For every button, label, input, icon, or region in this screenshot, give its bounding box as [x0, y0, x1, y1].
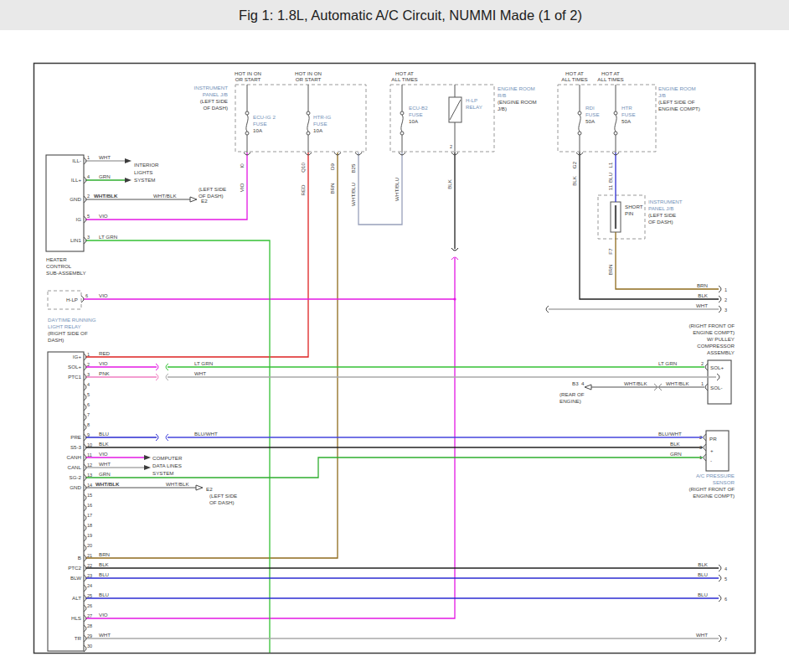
diagram-label: COMPUTER	[152, 455, 183, 461]
diagram-label: 10	[87, 442, 92, 447]
diagram-label: L1	[607, 162, 613, 168]
diagram-label: (LEFT SIDE OF	[658, 99, 695, 105]
diagram-label: F7	[607, 248, 613, 255]
diagram-label: WHT/BLU	[350, 183, 356, 206]
diagram-label: 11	[87, 452, 92, 457]
diagram-label: 5	[87, 214, 90, 219]
diagram-label: 3	[87, 372, 90, 377]
diagram-label: HOT AT	[395, 70, 414, 76]
diagram-label: OF DASH)	[648, 219, 673, 225]
diagram-label: 1	[701, 381, 704, 386]
diagram-label: BLU	[99, 571, 109, 577]
diagram-label: 2	[701, 361, 704, 366]
diagram-label: SOL-	[710, 385, 722, 390]
diagram-label: BLK	[698, 561, 709, 567]
diagram-label: BLU	[607, 173, 613, 183]
diagram-label: BLW	[70, 575, 81, 581]
diagram-label: PIN	[625, 210, 633, 216]
diagram-label: ALL TIMES	[391, 76, 417, 82]
diagram-label: INSTRUMENT	[193, 85, 228, 90]
diagram-label: PNK	[99, 370, 111, 376]
diagram-label: SYSTEM	[134, 177, 155, 183]
diagram-label: HOT IN ON	[235, 70, 261, 76]
diagram-label: 1	[699, 455, 702, 460]
diagram-label: IG+	[73, 354, 82, 359]
diagram-label: 18	[87, 523, 92, 528]
diagram-label: FUSE	[313, 121, 327, 127]
diagram-label: ASSEMBLY	[707, 349, 735, 355]
diagram-label: (RIGHT FRONT OF	[689, 323, 735, 328]
diagram-label: WHT	[696, 302, 708, 308]
diagram-label: ENGINE COMPT)	[693, 329, 735, 335]
diagram-label: A/C PRESSURE	[696, 473, 735, 478]
diagram-label: ENGINE COMPT)	[693, 493, 735, 499]
diagram-label: 1	[87, 155, 90, 160]
diagram-label: J/B)	[498, 106, 507, 111]
diagram-label: 2	[87, 362, 90, 367]
diagram-label: ENGINE ROOM	[658, 85, 696, 91]
wiring-diagram: Fig 1: 1.8L, Automatic A/C Circuit, NUMM…	[0, 0, 789, 672]
diagram-label: 6	[85, 293, 88, 298]
diagram-label: WHT	[696, 632, 708, 638]
diagram-label: OR START	[296, 76, 322, 82]
diagram-label: 15	[87, 493, 92, 498]
diagram-label: B	[78, 555, 81, 561]
diagram-label: 4	[725, 566, 727, 571]
diagram-label: RED	[99, 350, 111, 356]
diagram-label: PANEL J/B	[648, 205, 673, 211]
figure-title: Fig 1: 1.8L, Automatic A/C Circuit, NUMM…	[239, 8, 582, 23]
diagram-label: VIO	[239, 183, 245, 192]
diagram-label: BLK	[99, 561, 110, 567]
diagram-label: TR	[75, 635, 82, 641]
diagram-label: 2	[699, 435, 702, 440]
diagram-label: WHT/BLK	[624, 380, 647, 386]
diagram-label: B3	[572, 380, 579, 386]
diagram-label: 23	[87, 573, 92, 578]
diagram-label: 8	[87, 422, 90, 427]
diagram-label: I0	[239, 163, 245, 168]
diagram-label: 4	[581, 380, 585, 386]
diagram-label: BLU/WHT	[658, 431, 682, 437]
diagram-label: LIGHT RELAY	[48, 323, 81, 329]
diagram-label: 50A	[621, 118, 632, 124]
diagram-label: WHT/BLK	[166, 481, 189, 487]
diagram-label: HEATER	[46, 256, 67, 262]
diagram-label: 25	[87, 593, 92, 598]
diagram-label: J/B	[658, 92, 666, 98]
diagram-label: 29	[87, 633, 92, 638]
diagram-label: BRN	[697, 282, 708, 288]
diagram-label: 20	[87, 543, 92, 548]
diagram-label: WHT	[194, 370, 206, 376]
diagram-label: BLK	[99, 441, 110, 447]
diagram-label: 30	[87, 644, 92, 649]
diagram-label: E2	[206, 486, 213, 492]
diagram-label: E2	[201, 198, 208, 204]
diagram-label: OF DASH)	[203, 105, 228, 111]
diagram-label: R/B	[498, 92, 506, 98]
diagram-label: 50A	[585, 118, 596, 124]
diagram-label: HTR	[621, 105, 632, 111]
diagram-label: 24	[87, 583, 92, 588]
diagram-label: 16	[87, 503, 92, 508]
diagram-label: SENSOR	[713, 479, 735, 485]
diagram-label: (RIGHT SIDE OF	[48, 330, 88, 336]
diagram-label: D9	[329, 163, 335, 169]
diagram-label: 26	[87, 603, 92, 608]
diagram-label: 13	[87, 473, 92, 478]
diagram-label: 5	[87, 392, 90, 397]
diagram-label: CONTROL	[46, 263, 72, 269]
diagram-label: 22	[87, 563, 92, 568]
diagram-label: 6	[87, 402, 90, 407]
diagram-label: INSTRUMENT	[648, 199, 683, 204]
diagram-label: 3	[725, 308, 727, 313]
diagram-label: (LEFT SIDE	[209, 493, 237, 499]
diagram-label: WHT	[99, 461, 111, 467]
diagram-label: BLU	[698, 571, 708, 577]
diagram-label: LT GRN	[658, 360, 677, 366]
diagram-label: 6	[725, 597, 727, 602]
diagram-label: OR START	[235, 76, 261, 82]
diagram-label: RELAY	[466, 104, 482, 110]
diagram-label: 1	[87, 352, 90, 357]
diagram-label: (LEFT SIDE	[200, 98, 228, 104]
diagram-label: ENGINE ROOM	[498, 85, 535, 91]
